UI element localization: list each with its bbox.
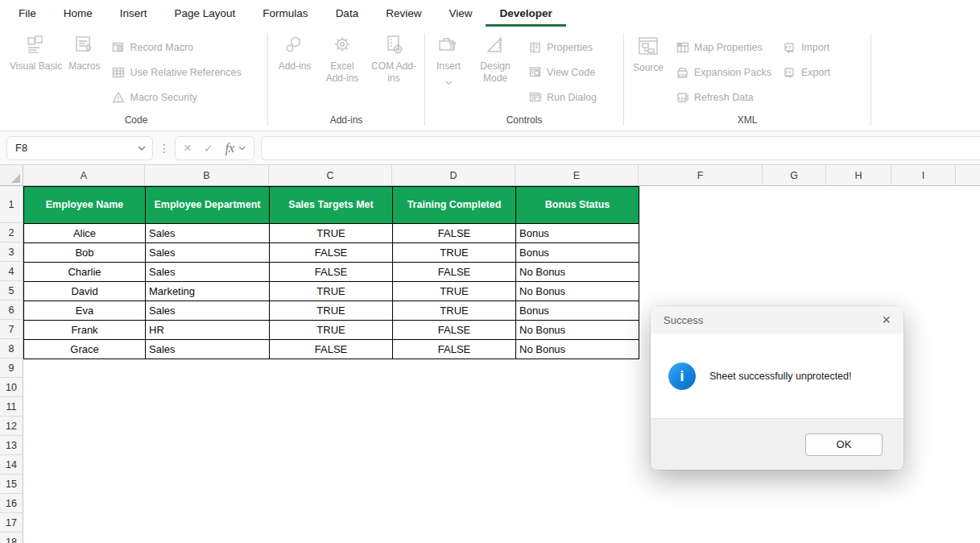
table-header-cell[interactable]: Bonus Status (516, 187, 639, 224)
cancel-icon[interactable]: × (184, 141, 192, 155)
macros-button[interactable]: Macros (68, 33, 100, 73)
table-header-cell[interactable]: Training Completed (393, 187, 516, 224)
cell[interactable]: FALSE (393, 263, 516, 282)
cell[interactable]: FALSE (393, 321, 516, 340)
cell[interactable]: TRUE (270, 224, 393, 243)
cell[interactable]: Grace (24, 340, 146, 359)
tab-view[interactable]: View (435, 0, 486, 27)
cell[interactable]: Sales (146, 224, 270, 243)
column-header-H[interactable]: H (826, 165, 891, 186)
column-header-D[interactable]: D (392, 165, 515, 186)
cell[interactable]: TRUE (393, 282, 516, 301)
formula-input[interactable] (261, 136, 980, 160)
tab-review[interactable]: Review (372, 0, 435, 27)
table-header-cell[interactable]: Sales Targets Met (270, 187, 393, 224)
cell[interactable]: No Bonus (516, 321, 639, 340)
row-header-5[interactable]: 5 (0, 281, 23, 301)
macro-security-button[interactable]: Macro Security (112, 85, 242, 110)
cell[interactable]: Sales (146, 340, 270, 359)
tab-developer[interactable]: Developer (486, 0, 565, 27)
row-header-15[interactable]: 15 (0, 475, 23, 494)
import-button[interactable]: Import (783, 35, 830, 60)
cell[interactable]: FALSE (270, 263, 393, 282)
row-header-11[interactable]: 11 (0, 397, 23, 417)
run-dialog-button[interactable]: Run Dialog (528, 85, 597, 110)
row-header-7[interactable]: 7 (0, 320, 23, 339)
tab-insert[interactable]: Insert (106, 0, 161, 27)
cell[interactable]: Sales (146, 243, 270, 263)
cell[interactable]: Charlie (24, 263, 146, 282)
cell[interactable]: TRUE (270, 301, 393, 321)
cell[interactable]: Bonus (516, 243, 639, 263)
name-box-chevron-icon[interactable] (138, 146, 146, 151)
row-header-12[interactable]: 12 (0, 417, 23, 436)
tab-formulas[interactable]: Formulas (249, 0, 321, 27)
cell[interactable]: Marketing (146, 282, 270, 301)
column-header-G[interactable]: G (763, 165, 826, 186)
map-properties-button[interactable]: Map Properties (676, 35, 771, 60)
row-header-8[interactable]: 8 (0, 339, 23, 359)
refresh-data-button[interactable]: Refresh Data (676, 85, 771, 110)
table-header-cell[interactable]: Employee Department (146, 187, 270, 224)
properties-button[interactable]: Properties (528, 35, 597, 60)
row-header-4[interactable]: 4 (0, 262, 23, 281)
use-relative-references-button[interactable]: Use Relative References (112, 60, 242, 85)
enter-icon[interactable]: ✓ (204, 142, 213, 155)
column-header-I[interactable]: I (891, 165, 956, 186)
cell[interactable]: Sales (146, 263, 270, 282)
column-header-B[interactable]: B (145, 165, 269, 186)
expansion-packs-button[interactable]: Expansion Packs (676, 60, 771, 85)
row-header-1[interactable]: 1 (0, 186, 23, 223)
column-header-A[interactable]: A (23, 165, 145, 186)
name-box[interactable]: F8 (6, 136, 153, 160)
tab-data[interactable]: Data (322, 0, 373, 27)
dialog-titlebar[interactable]: Success × (651, 306, 904, 334)
source-button[interactable]: Source (629, 35, 668, 74)
insert-dropdown-chevron-icon[interactable] (445, 74, 453, 89)
row-header-16[interactable]: 16 (0, 494, 23, 513)
row-header-9[interactable]: 9 (0, 359, 23, 378)
insert-function-button[interactable]: fx (225, 141, 246, 155)
cell[interactable]: David (24, 282, 146, 301)
cell[interactable]: Bonus (516, 224, 639, 243)
column-header-F[interactable]: F (639, 165, 763, 186)
cell[interactable]: FALSE (393, 340, 516, 359)
com-add-ins-button[interactable]: COM Add-ins (371, 33, 416, 85)
record-macro-button[interactable]: Record Macro (112, 35, 242, 60)
cell[interactable]: Sales (146, 301, 270, 321)
design-mode-button[interactable]: Design Mode (473, 33, 517, 85)
cell[interactable]: FALSE (270, 340, 393, 359)
cell[interactable]: No Bonus (516, 340, 639, 359)
cell[interactable]: Bonus (516, 301, 639, 321)
column-header-C[interactable]: C (269, 165, 392, 186)
cell[interactable]: No Bonus (516, 263, 639, 282)
cell[interactable]: Alice (24, 224, 146, 243)
ok-button[interactable]: OK (805, 433, 883, 456)
excel-add-ins-button[interactable]: Excel Add-ins (320, 33, 365, 85)
row-header-18[interactable]: 18 (0, 533, 23, 543)
cell[interactable]: FALSE (393, 224, 516, 243)
cell[interactable]: Eva (24, 301, 146, 321)
tab-page-layout[interactable]: Page Layout (161, 0, 250, 27)
formula-bar-grip-icon[interactable]: ⋮ (159, 142, 169, 155)
cell[interactable]: No Bonus (516, 282, 639, 301)
cell[interactable]: TRUE (393, 301, 516, 321)
cell[interactable]: HR (146, 321, 270, 340)
insert-control-button[interactable]: Insert (430, 33, 467, 89)
cell[interactable]: FALSE (270, 243, 393, 263)
add-ins-button[interactable]: Add-ins (276, 33, 313, 73)
select-all-corner[interactable] (0, 165, 23, 186)
column-header-E[interactable]: E (515, 165, 639, 186)
row-header-13[interactable]: 13 (0, 436, 23, 455)
visual-basic-button[interactable]: Visual Basic (10, 33, 62, 73)
row-header-17[interactable]: 17 (0, 513, 23, 533)
tab-home[interactable]: Home (50, 0, 106, 27)
row-header-3[interactable]: 3 (0, 242, 23, 262)
cell[interactable]: TRUE (270, 321, 393, 340)
cell[interactable]: TRUE (393, 243, 516, 263)
row-header-10[interactable]: 10 (0, 378, 23, 397)
tab-file[interactable]: File (5, 0, 50, 27)
export-button[interactable]: Export (783, 60, 830, 85)
row-header-2[interactable]: 2 (0, 223, 23, 242)
cell[interactable]: Frank (24, 321, 146, 340)
